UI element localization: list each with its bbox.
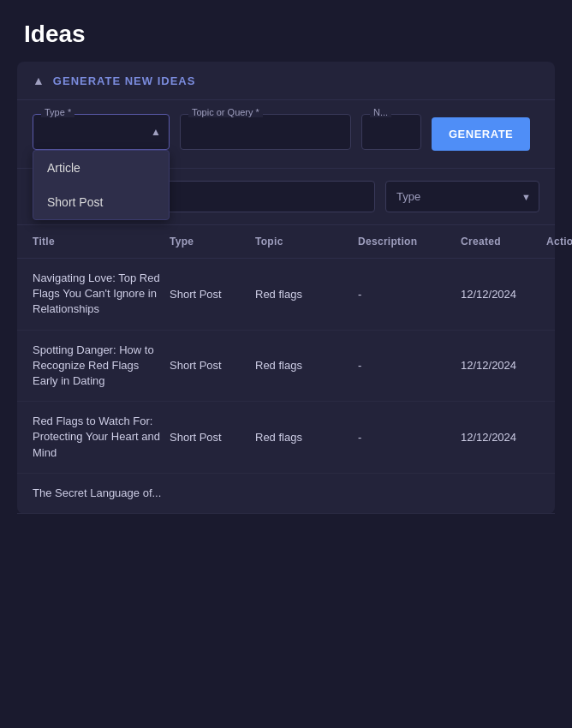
cell-title: Spotting Danger: How to Recognize Red Fl… (33, 343, 170, 390)
col-actions: Actions (546, 236, 572, 248)
col-topic: Topic (255, 236, 358, 248)
type-filter-wrapper: Type Article Short Post ▼ (385, 181, 539, 212)
cell-topic: Red flags (255, 359, 358, 372)
type-label: Type * (41, 107, 74, 117)
generate-form: Type * Article Short Post ▲ Article Shor… (17, 100, 555, 169)
cell-title: The Secret Language of... (33, 486, 170, 501)
table-row: Spotting Danger: How to Recognize Red Fl… (17, 331, 555, 403)
cell-type: Short Post (170, 288, 255, 301)
cell-actions: ✏ 🗑 (546, 347, 572, 385)
type-filter-select[interactable]: Type Article Short Post (385, 181, 539, 212)
dropdown-item-article[interactable]: Article (33, 151, 169, 185)
number-label: N... (370, 107, 391, 117)
generate-button[interactable]: GENERATE (432, 117, 530, 151)
cell-created: 12/12/2024 (461, 431, 546, 444)
main-card: ▲ GENERATE NEW IDEAS Type * Article Shor… (17, 62, 555, 514)
table-row: Red Flags to Watch For: Protecting Your … (17, 402, 555, 474)
cell-created: 12/12/2024 (461, 359, 546, 372)
cell-type: Short Post (170, 431, 255, 444)
table-row: Navigating Love: Top Red Flags You Can't… (17, 259, 555, 331)
topic-label: Topic or Query * (188, 107, 263, 117)
col-title: Title (33, 236, 170, 248)
cell-title: Navigating Love: Top Red Flags You Can't… (33, 271, 170, 318)
generate-label: GENERATE NEW IDEAS (53, 75, 196, 87)
form-row: Type * Article Short Post ▲ Article Shor… (33, 114, 539, 151)
page-title: Ideas (24, 21, 548, 48)
type-dropdown: Article Short Post (33, 150, 170, 220)
number-input[interactable] (361, 114, 421, 150)
cell-topic: Red flags (255, 431, 358, 444)
cell-created: 12/12/2024 (461, 288, 546, 301)
type-select-wrapper: Article Short Post ▲ Article Short Post (33, 114, 170, 150)
page-header: Ideas (0, 0, 572, 62)
cell-actions: ✏ 🗑 (546, 275, 572, 313)
cell-description: - (358, 359, 461, 372)
col-created: Created (461, 236, 546, 248)
cell-title: Red Flags to Watch For: Protecting Your … (33, 414, 170, 461)
table-header: Title Type Topic Description Created Act… (17, 225, 555, 259)
dropdown-item-short-post[interactable]: Short Post (33, 185, 169, 219)
topic-input[interactable] (180, 114, 351, 150)
col-type: Type (170, 236, 255, 248)
number-field-group: N... (361, 114, 421, 150)
table-row: The Secret Language of... (17, 474, 555, 514)
cell-topic: Red flags (255, 288, 358, 301)
cell-type: Short Post (170, 359, 255, 372)
cell-description: - (358, 288, 461, 301)
col-description: Description (358, 236, 461, 248)
generate-section-header[interactable]: ▲ GENERATE NEW IDEAS (17, 62, 555, 100)
chevron-up-icon: ▲ (33, 74, 45, 87)
cell-actions: ✏ 🗑 (546, 418, 572, 456)
cell-description: - (358, 431, 461, 444)
type-field-group: Type * Article Short Post ▲ Article Shor… (33, 114, 170, 150)
table-container: Title Type Topic Description Created Act… (17, 225, 555, 514)
type-select[interactable]: Article Short Post (33, 114, 170, 150)
topic-field-group: Topic or Query * (180, 114, 351, 150)
